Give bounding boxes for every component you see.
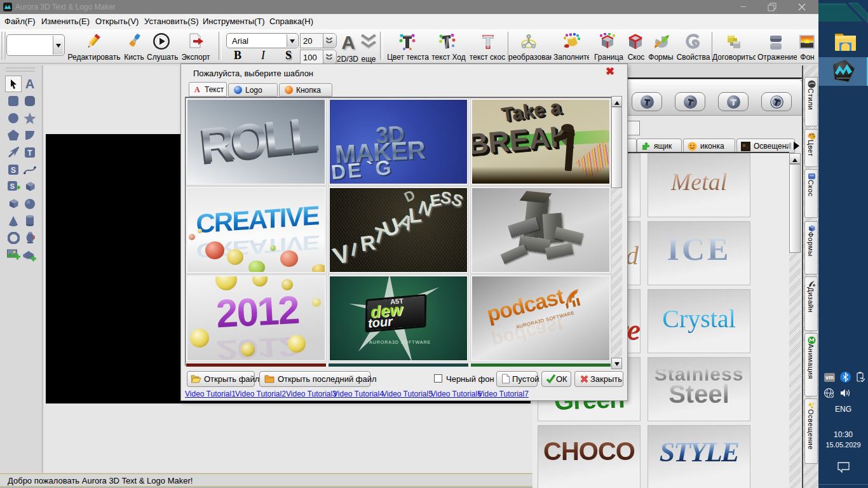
svg-text:S: S bbox=[10, 182, 14, 190]
svg-text:S: S bbox=[11, 166, 16, 175]
svg-text:T: T bbox=[27, 149, 32, 158]
